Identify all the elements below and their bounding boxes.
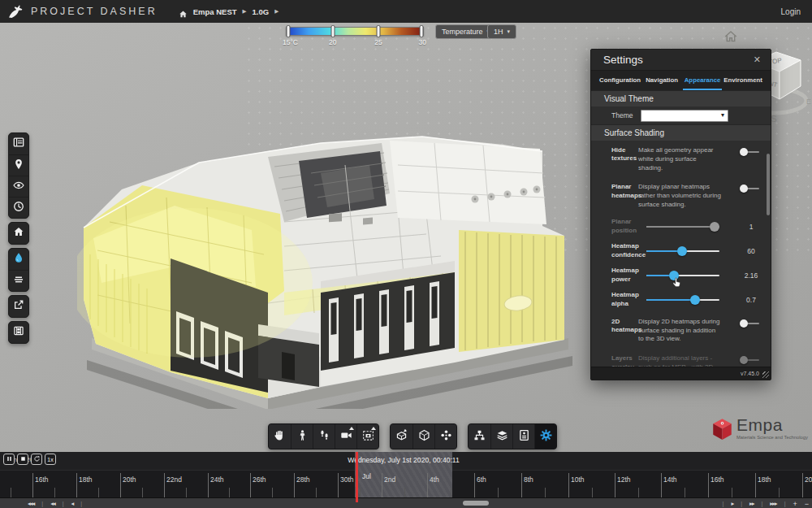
separator: | xyxy=(41,501,43,506)
timeline-tick-label: 18th xyxy=(76,475,93,484)
panel-scrollbar[interactable] xyxy=(767,154,770,215)
walk-person-icon xyxy=(296,429,309,445)
timeline-zoom-out-button[interactable]: − xyxy=(805,500,809,508)
toolbar-button-cube[interactable] xyxy=(412,424,434,449)
viewcube-east-label[interactable]: E xyxy=(806,98,811,106)
toolbar-button-model-explode[interactable] xyxy=(391,424,412,449)
scrub-back-icon[interactable]: ◂◂◂ xyxy=(28,500,34,507)
separator: | xyxy=(723,501,724,506)
sidebar-button-list[interactable] xyxy=(9,133,28,154)
timeline-tick-minor xyxy=(11,488,11,497)
setting-label: Planar heatmaps xyxy=(611,183,638,200)
slider-knob[interactable] xyxy=(690,295,700,305)
layers-overlay-toggle[interactable] xyxy=(740,356,759,364)
playback-speed-button[interactable]: 1x xyxy=(45,454,56,465)
hide-textures-toggle[interactable] xyxy=(740,148,759,156)
setting-label: Heatmap confidence xyxy=(611,242,638,259)
slider-knob[interactable] xyxy=(669,271,679,280)
building-model[interactable] xyxy=(77,116,581,409)
tab-environment[interactable]: Environment xyxy=(723,71,762,90)
setting-row-hide-textures: Hide texturesMake all geometry appear wh… xyxy=(591,141,771,177)
separator: | xyxy=(784,501,786,506)
empa-cube-icon xyxy=(711,418,733,441)
toolbar-button-point-cluster[interactable] xyxy=(434,424,456,449)
separator: | xyxy=(63,501,64,506)
pause-icon xyxy=(6,455,13,463)
sidebar-button-eye[interactable] xyxy=(9,176,28,197)
legend-handle[interactable] xyxy=(376,25,380,37)
toolbar-button-hand[interactable] xyxy=(269,424,291,449)
breadcrumb-project[interactable]: Empa NEST xyxy=(193,7,237,16)
heatmap-power-slider[interactable] xyxy=(646,271,719,280)
scrub-forward-icon[interactable]: ▸ xyxy=(731,500,733,507)
timeline-tick-label: 20th xyxy=(802,475,812,484)
scrub-forward-icon[interactable]: ▸▸▸ xyxy=(770,500,776,507)
toolbar-button-capture-region[interactable] xyxy=(356,424,378,449)
resize-handle[interactable] xyxy=(762,371,769,378)
breadcrumb-level[interactable]: 1.0G xyxy=(253,7,270,16)
settings-tabs: ConfigurationNavigationAppearanceEnviron… xyxy=(591,71,771,90)
toolbar-button-report-panel[interactable] xyxy=(512,424,534,449)
slider-knob[interactable] xyxy=(677,246,687,256)
close-icon[interactable]: ✕ xyxy=(754,54,761,65)
viewcube-south-label[interactable]: S xyxy=(771,114,776,124)
toolbar-button-layers[interactable] xyxy=(490,424,512,449)
separator: | xyxy=(741,501,742,506)
eye-icon xyxy=(13,180,24,194)
sidebar-button-levels[interactable] xyxy=(9,270,28,291)
scrub-forward-icon[interactable]: ▸▸ xyxy=(749,500,754,507)
tab-configuration[interactable]: Configuration xyxy=(599,71,641,90)
timeline-zoom-in-button[interactable]: + xyxy=(793,500,797,508)
timeline-scrollbar-thumb[interactable] xyxy=(463,501,489,506)
toolbar-button-hierarchy[interactable] xyxy=(469,424,490,449)
tab-navigation[interactable]: Navigation xyxy=(642,71,681,90)
toolbar-group xyxy=(390,423,457,449)
home-icon xyxy=(13,226,24,241)
toolbar-button-walk-person[interactable] xyxy=(291,424,313,449)
setting-value: 1 xyxy=(735,223,767,231)
heatmap-confidence-slider[interactable] xyxy=(646,246,719,256)
tab-appearance[interactable]: Appearance xyxy=(683,71,722,90)
setting-row-2d-heatmaps: 2D heatmapsDisplay 2D heatmaps during su… xyxy=(591,312,771,349)
slider-knob[interactable] xyxy=(710,222,719,232)
legend-handle[interactable] xyxy=(420,25,424,37)
month-label-jul: Jul xyxy=(362,472,371,480)
toolbar-button-gear[interactable] xyxy=(534,424,556,449)
playback-loop-button[interactable] xyxy=(31,454,42,465)
playback-pause-button[interactable] xyxy=(3,454,15,465)
sidebar-button-water-drop[interactable] xyxy=(9,249,28,270)
scrub-back-icon[interactable]: ◂◂ xyxy=(50,500,55,507)
toolbar-button-camera[interactable] xyxy=(335,424,356,449)
sidebar-button-clock[interactable] xyxy=(9,197,28,218)
planar-position-slider[interactable] xyxy=(646,222,719,232)
empa-wordmark: Empa xyxy=(736,415,808,434)
scrub-back-icon[interactable]: ◂ xyxy=(71,500,73,507)
heatmap-alpha-slider[interactable] xyxy=(646,295,719,305)
breadcrumb-home-icon[interactable] xyxy=(179,7,188,16)
viewport-3d[interactable]: TOP FRONT S E 15°C202530 Temperature ▾ 1… xyxy=(0,23,812,452)
sidebar-button-home[interactable] xyxy=(9,223,28,244)
slider-fill xyxy=(646,299,695,302)
theme-select[interactable]: ▾ xyxy=(641,110,728,122)
timeline-tick-minor xyxy=(272,488,273,497)
sidebar-button-film[interactable] xyxy=(9,322,28,343)
legend-handle[interactable] xyxy=(286,25,290,37)
planar-heatmaps-toggle[interactable] xyxy=(740,185,759,193)
timeline-tick-label: 6th xyxy=(474,475,486,484)
hierarchy-icon xyxy=(473,429,486,445)
toolbar-button-footprints[interactable] xyxy=(313,424,335,449)
sidebar-button-location-pin[interactable] xyxy=(9,154,28,176)
timeline-tick-label: 24th xyxy=(208,475,224,484)
setting-description: Display 2D heatmaps during surface shadi… xyxy=(638,318,723,344)
timeline: Wednesday, July 1st 2020, 00:40:11 Jun 2… xyxy=(0,452,812,508)
empa-tagline: Materials Science and Technology xyxy=(736,435,808,440)
login-button[interactable]: Login xyxy=(781,7,801,16)
2d-heatmaps-toggle[interactable] xyxy=(740,319,759,328)
legend-gradient-bar[interactable] xyxy=(286,27,424,36)
playhead-marker[interactable] xyxy=(356,452,358,502)
interval-dropdown[interactable]: 1H ▾ xyxy=(487,24,516,39)
sidebar-button-export[interactable] xyxy=(9,296,28,317)
interval-value: 1H xyxy=(494,28,503,36)
playback-stop-button[interactable] xyxy=(17,454,28,465)
legend-handle[interactable] xyxy=(331,25,335,37)
